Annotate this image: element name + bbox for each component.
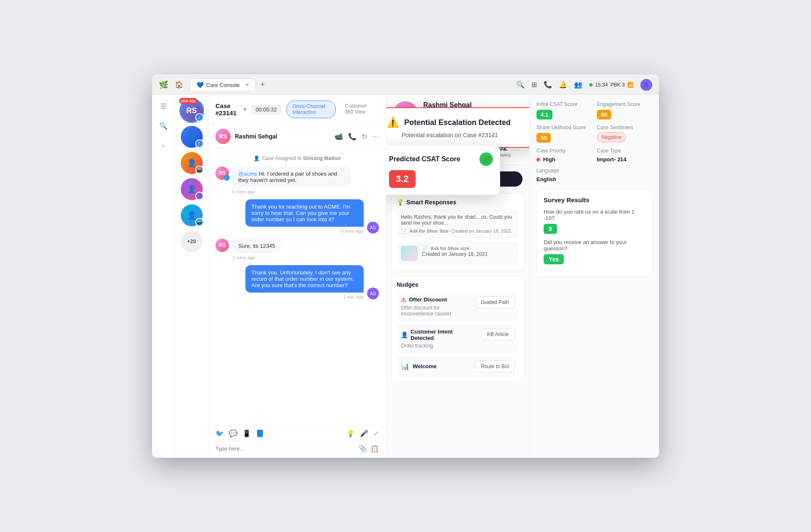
tab-customer360[interactable]: Customer 360 View	[339, 100, 379, 118]
case-chevron-icon[interactable]: ▾	[244, 106, 246, 112]
messages-area: 👤 Case Assigned to Shivang Mathur RS 🐦 @…	[209, 149, 386, 426]
expand-toolbar-icon[interactable]: ⤢	[373, 429, 379, 437]
survey-item-1: How do you rate us on a scale from 1 -10…	[544, 209, 645, 234]
case-number: Case #23141 ▾	[215, 102, 246, 117]
home-button[interactable]: 🏠	[173, 79, 185, 90]
conv-badge-5: 📷	[195, 218, 204, 226]
conv-badge-3: 📷	[195, 166, 204, 174]
mic-toolbar-icon[interactable]: 🎤	[360, 429, 368, 437]
case-sentiment-value: Negative	[597, 132, 626, 142]
audio-call-button[interactable]: 📞	[348, 133, 357, 141]
tab-label: Care Console	[206, 82, 240, 88]
message-time-1: 6 mins ago	[232, 189, 351, 194]
smart-responses-icon: 💡	[397, 199, 404, 206]
nudge-item-2: 👤 Customer Intent Detected Order trackin…	[397, 324, 519, 353]
more-conversations-button[interactable]: +20	[181, 231, 203, 252]
nudge-title-1: ⚠ Offer Discount	[401, 296, 471, 303]
escalation-header: ⚠️ Potential Escalation Detected	[386, 117, 528, 128]
survey-question-1: How do you rate us on a scale from 1 -10…	[544, 209, 645, 221]
chat-input-actions: 📎 📋	[359, 445, 379, 453]
priority-dot	[536, 158, 540, 161]
conv-badge-1: ✓	[195, 113, 204, 122]
conv-badge-2: f	[195, 139, 204, 148]
lightbulb-toolbar-icon[interactable]: 💡	[346, 429, 355, 437]
chat-toolbar-icon[interactable]: 💬	[229, 429, 237, 437]
survey-section: Survey Results How do you rate us on a s…	[536, 189, 652, 277]
grid-icon[interactable]: ⊞	[531, 81, 537, 89]
right-panel: Initial CSAT Score 4.1 Engagement Score …	[530, 95, 659, 458]
bell-icon[interactable]: 🔔	[559, 81, 567, 89]
nudge-btn-2[interactable]: KB Article	[482, 328, 514, 340]
fb-badge-icon: f	[199, 141, 200, 146]
nudge-btn-1[interactable]: Guided Path	[475, 296, 514, 308]
chat-input[interactable]	[215, 445, 355, 452]
tab-bar: 💙 Care Console ✕ +	[190, 79, 511, 91]
conversation-item-3[interactable]: 👤 📷	[181, 152, 203, 174]
outgoing-avatar-2: AG	[367, 288, 379, 299]
conversation-item-5[interactable]: 👤 📷	[181, 204, 203, 226]
language-label: Language	[536, 168, 592, 174]
video-call-button[interactable]: 📹	[335, 133, 343, 141]
users-icon[interactable]: 👥	[574, 81, 582, 89]
initial-csat-label: Initial CSAT Score	[536, 101, 592, 107]
search-icon[interactable]: 🔍	[516, 81, 525, 89]
response-thumbnail-2	[401, 246, 418, 261]
message-bubble-3: Sure, its 12345	[232, 239, 281, 253]
conversation-item-2[interactable]: 👤 f	[181, 126, 203, 148]
template-button[interactable]: 📋	[370, 445, 379, 453]
survey-question-2: Did you receive an answer to your questi…	[544, 239, 645, 252]
case-type-value: Import- 214	[597, 156, 652, 163]
tab-omnichannel[interactable]: Omni-Channel Interaction	[286, 100, 336, 118]
menu-icon[interactable]: ☰	[158, 100, 169, 113]
conversation-item-1[interactable]: RS 10m 32s ✓	[181, 100, 203, 122]
share-likelihood-item: Share Liklihood Score 50	[536, 125, 592, 143]
case-sentiment-item: Case Sentiment Negative	[597, 125, 652, 143]
share-likelihood-label: Share Liklihood Score	[536, 125, 592, 130]
csat-logo: 🌿	[479, 152, 493, 166]
contact-actions: 📹 📞 ↻ ⋯	[335, 133, 379, 141]
message-bubble-4: Thank you. Unfortunately, I don't see an…	[245, 265, 364, 293]
doc-icon-1: 📄	[401, 228, 407, 234]
smart-responses-title: 💡 Smart Responses	[397, 199, 519, 206]
message-outgoing-1: Thank you for reaching out to ACME. I'm …	[215, 199, 379, 233]
case-number-text: Case #23141	[215, 102, 241, 117]
welcome-title: Welcome	[413, 363, 437, 369]
system-icon: 👤	[253, 155, 260, 161]
sidebar-expand-icon[interactable]: ›	[160, 139, 167, 152]
new-tab-button[interactable]: +	[257, 79, 269, 91]
chat-header: Case #23141 ▾ 00:05:32 Omni-Channel Inte…	[209, 95, 386, 125]
share-likelihood-value: 50	[536, 133, 551, 143]
case-sentiment-label: Case Sentiment	[597, 125, 652, 130]
message-bubble-1: @acme Hi, I ordered a pair of shoes and …	[232, 166, 351, 187]
warning-icon: ⚠️	[386, 117, 399, 128]
online-status-dot	[589, 83, 593, 87]
attachment-button[interactable]: 📎	[359, 445, 367, 453]
phone-icon[interactable]: 📞	[544, 81, 552, 89]
whatsapp-toolbar-icon[interactable]: 📱	[242, 429, 251, 437]
response-item-2[interactable]: 📄 Ask for Shoe size Created on January 1…	[397, 242, 519, 265]
nudge-btn-3[interactable]: Route to Bot	[475, 361, 514, 372]
nudge-title-2: 👤 Customer Intent Detected	[401, 328, 477, 341]
system-message-1: 👤 Case Assigned to Shivang Mathur	[215, 155, 379, 161]
nudge-item-3: 📊 Welcome Route to Bot	[397, 356, 519, 377]
chat-panel: Case #23141 ▾ 00:05:32 Omni-Channel Inte…	[209, 95, 386, 458]
more-options-button[interactable]: ⋯	[372, 133, 379, 141]
case-priority-label: Case Priority	[536, 148, 592, 154]
sidebar-search-icon[interactable]: 🔍	[157, 119, 170, 133]
nudge-desc-2: Order tracking	[401, 343, 477, 349]
tab-close-button[interactable]: ✕	[245, 82, 249, 88]
message-time-2: 5 mins ago	[245, 228, 364, 233]
case-priority-item: Case Priority High	[536, 148, 592, 163]
conversation-item-4[interactable]: 👤 🎵	[181, 178, 203, 200]
tab-care-console[interactable]: 💙 Care Console ✕	[190, 79, 256, 91]
status-bar: 15:34 PBK 3 📶	[589, 82, 634, 88]
user-avatar[interactable]: 👤	[640, 79, 652, 91]
nudge-left-1: ⚠ Offer Discount Offer discount for inco…	[401, 296, 471, 317]
engagement-value: 60	[597, 110, 611, 119]
refresh-button[interactable]: ↻	[362, 133, 367, 141]
language-value: English	[536, 176, 592, 182]
fb-toolbar-icon[interactable]: 📘	[256, 429, 264, 437]
twitter-toolbar-icon[interactable]: 🐦	[215, 429, 224, 437]
response-item-1[interactable]: Hello Rashmi, thank you for shari... us.…	[397, 210, 519, 238]
smart-responses-label: Smart Responses	[406, 199, 456, 206]
